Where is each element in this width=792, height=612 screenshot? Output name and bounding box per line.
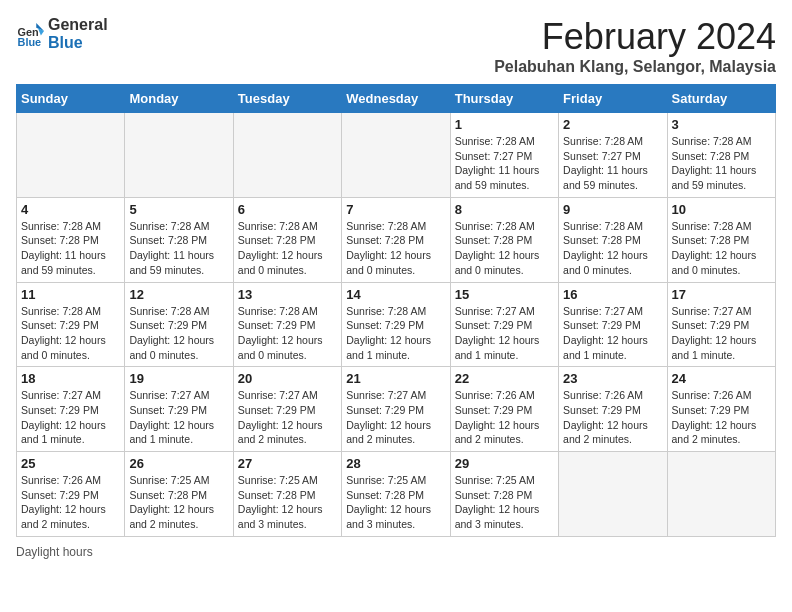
calendar-cell: 28Sunrise: 7:25 AM Sunset: 7:28 PM Dayli… — [342, 452, 450, 537]
calendar-day-header: Thursday — [450, 85, 558, 113]
page-subtitle: Pelabuhan Klang, Selangor, Malaysia — [494, 58, 776, 76]
calendar-day-header: Monday — [125, 85, 233, 113]
day-info: Sunrise: 7:27 AM Sunset: 7:29 PM Dayligh… — [238, 388, 337, 447]
day-number: 27 — [238, 456, 337, 471]
calendar-cell: 12Sunrise: 7:28 AM Sunset: 7:29 PM Dayli… — [125, 282, 233, 367]
day-info: Sunrise: 7:25 AM Sunset: 7:28 PM Dayligh… — [346, 473, 445, 532]
day-info: Sunrise: 7:27 AM Sunset: 7:29 PM Dayligh… — [455, 304, 554, 363]
calendar-cell: 29Sunrise: 7:25 AM Sunset: 7:28 PM Dayli… — [450, 452, 558, 537]
calendar-cell: 25Sunrise: 7:26 AM Sunset: 7:29 PM Dayli… — [17, 452, 125, 537]
day-number: 3 — [672, 117, 771, 132]
calendar-cell — [342, 113, 450, 198]
calendar-cell: 27Sunrise: 7:25 AM Sunset: 7:28 PM Dayli… — [233, 452, 341, 537]
day-number: 17 — [672, 287, 771, 302]
day-number: 7 — [346, 202, 445, 217]
day-info: Sunrise: 7:26 AM Sunset: 7:29 PM Dayligh… — [672, 388, 771, 447]
calendar-day-header: Friday — [559, 85, 667, 113]
logo-blue-text: Blue — [48, 34, 108, 52]
day-number: 6 — [238, 202, 337, 217]
footer-note: Daylight hours — [16, 545, 776, 559]
day-info: Sunrise: 7:27 AM Sunset: 7:29 PM Dayligh… — [346, 388, 445, 447]
logo-general-text: General — [48, 16, 108, 34]
title-area: February 2024 Pelabuhan Klang, Selangor,… — [494, 16, 776, 76]
day-info: Sunrise: 7:27 AM Sunset: 7:29 PM Dayligh… — [672, 304, 771, 363]
day-info: Sunrise: 7:28 AM Sunset: 7:28 PM Dayligh… — [672, 134, 771, 193]
day-number: 11 — [21, 287, 120, 302]
calendar-cell: 13Sunrise: 7:28 AM Sunset: 7:29 PM Dayli… — [233, 282, 341, 367]
calendar-cell: 9Sunrise: 7:28 AM Sunset: 7:28 PM Daylig… — [559, 197, 667, 282]
calendar-cell: 26Sunrise: 7:25 AM Sunset: 7:28 PM Dayli… — [125, 452, 233, 537]
day-number: 18 — [21, 371, 120, 386]
day-number: 19 — [129, 371, 228, 386]
day-info: Sunrise: 7:28 AM Sunset: 7:27 PM Dayligh… — [563, 134, 662, 193]
day-info: Sunrise: 7:28 AM Sunset: 7:28 PM Dayligh… — [238, 219, 337, 278]
calendar-cell: 16Sunrise: 7:27 AM Sunset: 7:29 PM Dayli… — [559, 282, 667, 367]
logo: Gen Blue General Blue — [16, 16, 108, 51]
day-number: 12 — [129, 287, 228, 302]
day-info: Sunrise: 7:28 AM Sunset: 7:28 PM Dayligh… — [21, 219, 120, 278]
day-info: Sunrise: 7:28 AM Sunset: 7:28 PM Dayligh… — [455, 219, 554, 278]
page-title: February 2024 — [494, 16, 776, 58]
day-number: 14 — [346, 287, 445, 302]
day-number: 5 — [129, 202, 228, 217]
day-info: Sunrise: 7:25 AM Sunset: 7:28 PM Dayligh… — [129, 473, 228, 532]
day-number: 8 — [455, 202, 554, 217]
day-info: Sunrise: 7:28 AM Sunset: 7:29 PM Dayligh… — [129, 304, 228, 363]
header: Gen Blue General Blue February 2024 Pela… — [16, 16, 776, 76]
day-info: Sunrise: 7:26 AM Sunset: 7:29 PM Dayligh… — [21, 473, 120, 532]
day-number: 21 — [346, 371, 445, 386]
day-number: 26 — [129, 456, 228, 471]
day-number: 20 — [238, 371, 337, 386]
day-number: 4 — [21, 202, 120, 217]
day-info: Sunrise: 7:27 AM Sunset: 7:29 PM Dayligh… — [563, 304, 662, 363]
day-number: 9 — [563, 202, 662, 217]
calendar-week-row: 4Sunrise: 7:28 AM Sunset: 7:28 PM Daylig… — [17, 197, 776, 282]
day-info: Sunrise: 7:28 AM Sunset: 7:28 PM Dayligh… — [129, 219, 228, 278]
calendar-cell: 8Sunrise: 7:28 AM Sunset: 7:28 PM Daylig… — [450, 197, 558, 282]
calendar-day-header: Tuesday — [233, 85, 341, 113]
calendar-cell: 18Sunrise: 7:27 AM Sunset: 7:29 PM Dayli… — [17, 367, 125, 452]
day-number: 25 — [21, 456, 120, 471]
day-number: 22 — [455, 371, 554, 386]
day-number: 15 — [455, 287, 554, 302]
day-number: 23 — [563, 371, 662, 386]
calendar-table: SundayMondayTuesdayWednesdayThursdayFrid… — [16, 84, 776, 537]
calendar-cell: 21Sunrise: 7:27 AM Sunset: 7:29 PM Dayli… — [342, 367, 450, 452]
calendar-cell — [125, 113, 233, 198]
day-info: Sunrise: 7:28 AM Sunset: 7:28 PM Dayligh… — [672, 219, 771, 278]
day-number: 13 — [238, 287, 337, 302]
calendar-cell: 1Sunrise: 7:28 AM Sunset: 7:27 PM Daylig… — [450, 113, 558, 198]
calendar-week-row: 25Sunrise: 7:26 AM Sunset: 7:29 PM Dayli… — [17, 452, 776, 537]
calendar-cell — [667, 452, 775, 537]
calendar-week-row: 1Sunrise: 7:28 AM Sunset: 7:27 PM Daylig… — [17, 113, 776, 198]
day-info: Sunrise: 7:28 AM Sunset: 7:28 PM Dayligh… — [563, 219, 662, 278]
day-info: Sunrise: 7:28 AM Sunset: 7:29 PM Dayligh… — [21, 304, 120, 363]
day-number: 16 — [563, 287, 662, 302]
day-info: Sunrise: 7:28 AM Sunset: 7:27 PM Dayligh… — [455, 134, 554, 193]
calendar-cell: 2Sunrise: 7:28 AM Sunset: 7:27 PM Daylig… — [559, 113, 667, 198]
day-info: Sunrise: 7:27 AM Sunset: 7:29 PM Dayligh… — [129, 388, 228, 447]
calendar-cell — [559, 452, 667, 537]
day-info: Sunrise: 7:25 AM Sunset: 7:28 PM Dayligh… — [238, 473, 337, 532]
calendar-cell: 3Sunrise: 7:28 AM Sunset: 7:28 PM Daylig… — [667, 113, 775, 198]
calendar-cell: 11Sunrise: 7:28 AM Sunset: 7:29 PM Dayli… — [17, 282, 125, 367]
calendar-cell: 23Sunrise: 7:26 AM Sunset: 7:29 PM Dayli… — [559, 367, 667, 452]
logo-icon: Gen Blue — [16, 20, 44, 48]
day-number: 10 — [672, 202, 771, 217]
day-info: Sunrise: 7:26 AM Sunset: 7:29 PM Dayligh… — [563, 388, 662, 447]
calendar-cell: 6Sunrise: 7:28 AM Sunset: 7:28 PM Daylig… — [233, 197, 341, 282]
calendar-header-row: SundayMondayTuesdayWednesdayThursdayFrid… — [17, 85, 776, 113]
calendar-cell: 19Sunrise: 7:27 AM Sunset: 7:29 PM Dayli… — [125, 367, 233, 452]
calendar-day-header: Saturday — [667, 85, 775, 113]
calendar-day-header: Wednesday — [342, 85, 450, 113]
calendar-cell: 17Sunrise: 7:27 AM Sunset: 7:29 PM Dayli… — [667, 282, 775, 367]
day-number: 1 — [455, 117, 554, 132]
calendar-cell: 15Sunrise: 7:27 AM Sunset: 7:29 PM Dayli… — [450, 282, 558, 367]
calendar-cell: 24Sunrise: 7:26 AM Sunset: 7:29 PM Dayli… — [667, 367, 775, 452]
calendar-cell: 20Sunrise: 7:27 AM Sunset: 7:29 PM Dayli… — [233, 367, 341, 452]
day-info: Sunrise: 7:26 AM Sunset: 7:29 PM Dayligh… — [455, 388, 554, 447]
day-number: 29 — [455, 456, 554, 471]
day-info: Sunrise: 7:28 AM Sunset: 7:29 PM Dayligh… — [346, 304, 445, 363]
calendar-cell: 22Sunrise: 7:26 AM Sunset: 7:29 PM Dayli… — [450, 367, 558, 452]
calendar-week-row: 11Sunrise: 7:28 AM Sunset: 7:29 PM Dayli… — [17, 282, 776, 367]
